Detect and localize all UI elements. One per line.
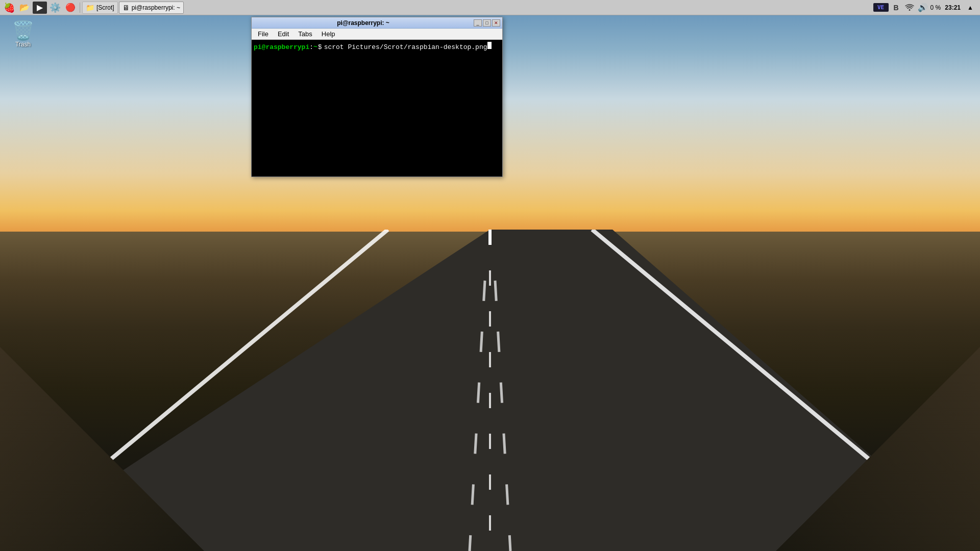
app-button-2[interactable]: 🔴 <box>63 2 78 14</box>
prompt-dollar: $ <box>318 43 322 51</box>
trash-icon-glyph: 🗑️ <box>12 21 35 40</box>
terminal-window-title: pi@raspberrypi: ~ <box>254 19 473 27</box>
terminal-cursor <box>487 42 492 49</box>
trash-desktop-icon[interactable]: 🗑️ Trash <box>5 19 41 50</box>
maximize-button[interactable]: □ <box>483 19 491 27</box>
menu-help[interactable]: Help <box>317 29 339 39</box>
menu-edit[interactable]: Edit <box>274 29 293 39</box>
taskbar-app-scrot[interactable]: 📁 [Scrot] <box>82 2 118 14</box>
minimize-button[interactable]: _ <box>474 19 482 27</box>
close-button[interactable]: ✕ <box>492 19 500 27</box>
svg-point-7 <box>909 9 910 11</box>
notifications-icon[interactable]: ▲ <box>965 2 976 13</box>
terminal-body[interactable]: pi@raspberrypi : ~ $ scrot Pictures/Scro… <box>252 40 502 177</box>
scrot-icon: 📁 <box>86 4 94 12</box>
taskbar-app-terminal[interactable]: 🖥 pi@raspberrypi: ~ <box>119 2 184 14</box>
prompt-username: pi@raspberrypi <box>254 43 309 51</box>
file-manager-button[interactable]: 📂 <box>17 2 32 14</box>
taskbar: 🍓 📂 ▶ ⚙️ 🔴 📁 [Scrot] 🖥 pi@raspberrypi: ~ <box>0 0 980 15</box>
terminal-taskbar-icon: 🖥 <box>122 4 130 12</box>
desktop: 🍓 📂 ▶ ⚙️ 🔴 📁 [Scrot] 🖥 pi@raspberrypi: ~ <box>0 0 980 551</box>
raspberry-pi-menu-button[interactable]: 🍓 <box>2 2 16 14</box>
scrot-app-label: [Scrot] <box>96 4 114 11</box>
prompt-path: ~ <box>313 43 317 51</box>
taskbar-right: VE B 🔊 0 % 23:21 ▲ <box>869 2 980 13</box>
cpu-percent: 0 % <box>930 4 941 11</box>
terminal-app-label: pi@raspberrypi: ~ <box>132 4 180 11</box>
wifi-icon[interactable] <box>904 2 915 13</box>
cpu-indicator: VE <box>873 3 889 12</box>
terminal-window: pi@raspberrypi: ~ _ □ ✕ File Edit Tabs H… <box>251 17 503 177</box>
menu-tabs[interactable]: Tabs <box>294 29 316 39</box>
terminal-menubar: File Edit Tabs Help <box>252 29 502 40</box>
terminal-titlebar[interactable]: pi@raspberrypi: ~ _ □ ✕ <box>252 17 502 29</box>
config-tool-button[interactable]: ⚙️ <box>48 2 62 14</box>
taskbar-separator-1 <box>80 3 80 13</box>
terminal-prompt-line: pi@raspberrypi : ~ $ scrot Pictures/Scro… <box>254 42 500 51</box>
clock: 23:21 <box>943 4 963 11</box>
bluetooth-icon[interactable]: B <box>891 2 902 13</box>
trash-label: Trash <box>15 41 31 48</box>
volume-icon[interactable]: 🔊 <box>917 2 928 13</box>
menu-file[interactable]: File <box>254 29 273 39</box>
taskbar-left: 🍓 📂 ▶ ⚙️ 🔴 📁 [Scrot] 🖥 pi@raspberrypi: ~ <box>0 2 186 14</box>
terminal-command: scrot Pictures/Scrot/raspbian-desktop.pn… <box>324 43 487 51</box>
prompt-colon: : <box>309 43 313 51</box>
terminal-launch-button[interactable]: ▶ <box>33 2 47 14</box>
wifi-svg <box>905 3 914 12</box>
